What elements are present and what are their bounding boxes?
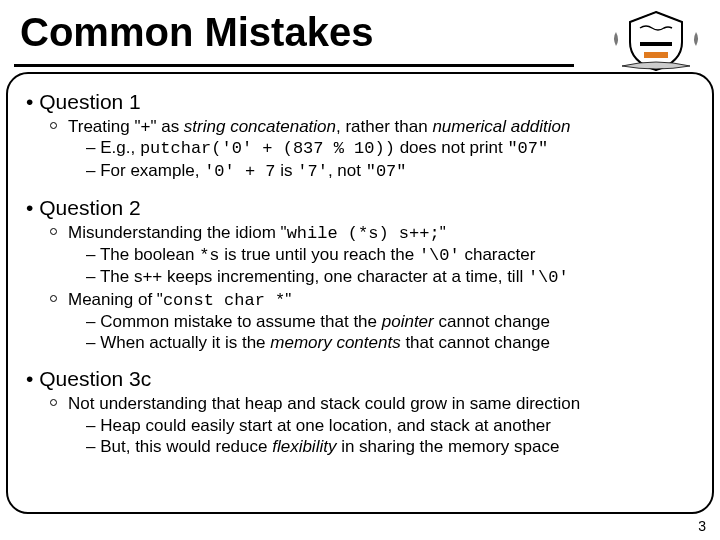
text-italic: numerical addition [432, 117, 570, 136]
text: is true until you reach the [220, 245, 419, 264]
text: , rather than [336, 117, 432, 136]
text: For example, [100, 161, 204, 180]
text: , not [328, 161, 366, 180]
text: But, this would reduce [100, 437, 272, 456]
text: cannot change [434, 312, 550, 331]
q2-bullet-1: Misunderstanding the idiom "while (*s) s… [68, 222, 700, 244]
q3-dash-1: Heap could easily start at one location,… [86, 415, 700, 436]
text-italic: pointer [382, 312, 434, 331]
text-mono: putchar('0' + (837 % 10)) [140, 139, 395, 158]
text-mono: '\0' [419, 246, 460, 265]
title-underline [14, 64, 574, 67]
q2-dash-4: When actually it is the memory contents … [86, 332, 700, 353]
q2-dash-1: The boolean *s is true until you reach t… [86, 244, 700, 266]
q3-bullet-1: Not understanding that heap and stack co… [68, 393, 700, 414]
text: does not print [395, 138, 507, 157]
text-mono: "07" [507, 139, 548, 158]
q2-dash-2: The s++ keeps incrementing, one characte… [86, 266, 700, 288]
text: is [276, 161, 298, 180]
text-italic: memory contents [270, 333, 400, 352]
q1-heading: Question 1 [26, 90, 700, 114]
q2-bullet-2: Meaning of "const char *" [68, 289, 700, 311]
text: When actually it is the [100, 333, 270, 352]
text: Treating "+" as [68, 117, 184, 136]
text-mono: "07" [366, 162, 407, 181]
q1-dash-2: For example, '0' + 7 is '7', not "07" [86, 160, 700, 182]
text: Common mistake to assume that the [100, 312, 382, 331]
text: " [285, 290, 291, 309]
q1-dash-1: E.g., putchar('0' + (837 % 10)) does not… [86, 137, 700, 159]
text: in sharing the memory space [336, 437, 559, 456]
text-mono: '7' [297, 162, 328, 181]
text-mono: *s [199, 246, 219, 265]
q3-heading: Question 3c [26, 367, 700, 391]
text-italic: flexibility [272, 437, 336, 456]
svg-rect-0 [640, 42, 672, 46]
q3-dash-2: But, this would reduce flexibility in sh… [86, 436, 700, 457]
text: Not understanding that heap and stack co… [68, 394, 580, 413]
page-number: 3 [698, 518, 706, 534]
text: The s++ keeps incrementing, one characte… [100, 267, 528, 286]
text-italic: string concatenation [184, 117, 336, 136]
university-shield-logo [610, 8, 702, 74]
text: Misunderstanding the idiom " [68, 223, 287, 242]
q1-bullet-1: Treating "+" as string concatenation, ra… [68, 116, 700, 137]
text: that cannot change [401, 333, 550, 352]
text: The boolean [100, 245, 199, 264]
q2-heading: Question 2 [26, 196, 700, 220]
slide-title: Common Mistakes [20, 10, 373, 55]
svg-rect-1 [644, 52, 668, 58]
text: character [460, 245, 536, 264]
text-mono: const char * [163, 291, 285, 310]
slide: Common Mistakes Question 1 Treating "+" … [0, 0, 720, 540]
text-mono: '\0' [528, 268, 569, 287]
text: Heap could easily start at one location,… [100, 416, 551, 435]
text-mono: '0' + 7 [204, 162, 275, 181]
text: E.g., [100, 138, 140, 157]
text-mono: while (*s) s++; [287, 224, 440, 243]
text: " [440, 223, 446, 242]
slide-body: Question 1 Treating "+" as string concat… [26, 84, 700, 506]
text: Meaning of " [68, 290, 163, 309]
q2-dash-3: Common mistake to assume that the pointe… [86, 311, 700, 332]
